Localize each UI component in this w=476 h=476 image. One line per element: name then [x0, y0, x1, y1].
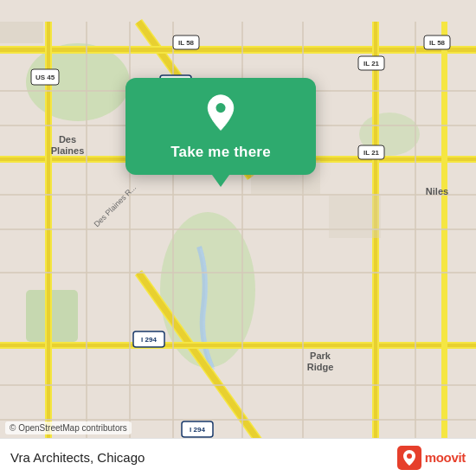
svg-text:IL 21: IL 21 — [363, 60, 380, 68]
svg-text:I 294: I 294 — [141, 336, 157, 344]
map-container: US 45 IL 58 IL 58 IL 21 IL 21 I 294 I 29… — [0, 0, 476, 476]
location-pin-icon — [200, 93, 241, 135]
svg-text:Plaines: Plaines — [51, 145, 85, 156]
moovit-icon — [397, 446, 421, 470]
svg-text:Des: Des — [59, 134, 76, 145]
svg-rect-51 — [0, 22, 43, 43]
bottom-bar: Vra Architects, Chicago moovit — [0, 438, 476, 476]
take-me-there-button[interactable]: Take me there — [170, 144, 271, 161]
place-name: Vra Architects, Chicago — [10, 450, 145, 465]
svg-rect-15 — [441, 22, 447, 454]
svg-point-56 — [407, 453, 412, 459]
svg-text:Ridge: Ridge — [307, 362, 334, 372]
svg-text:IL 21: IL 21 — [363, 149, 380, 157]
svg-rect-12 — [47, 22, 50, 454]
svg-text:IL 58: IL 58 — [429, 39, 446, 47]
svg-rect-53 — [329, 195, 381, 238]
svg-text:US 45: US 45 — [35, 74, 55, 81]
svg-text:IL 58: IL 58 — [178, 39, 195, 47]
map-background: US 45 IL 58 IL 58 IL 21 IL 21 I 294 I 29… — [0, 0, 476, 476]
map-attribution: © OpenStreetMap contributors — [5, 421, 132, 434]
moovit-text: moovit — [425, 450, 466, 465]
moovit-logo: moovit — [397, 446, 466, 470]
svg-text:I 294: I 294 — [190, 426, 205, 434]
location-card: Take me there — [125, 78, 316, 175]
svg-rect-10 — [0, 344, 476, 347]
svg-point-54 — [215, 103, 225, 113]
svg-text:Park: Park — [310, 351, 331, 361]
svg-rect-6 — [0, 48, 476, 52]
svg-text:Niles: Niles — [426, 186, 448, 196]
